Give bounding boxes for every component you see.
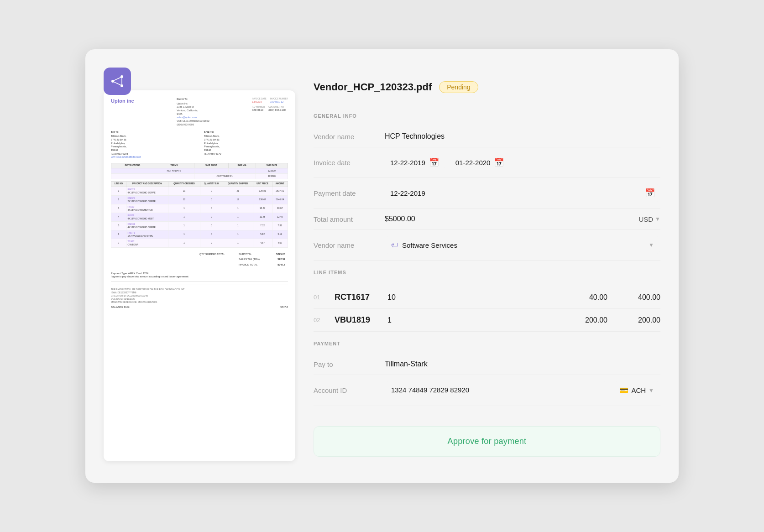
invoice-company-name: Upton inc (111, 98, 134, 104)
invoice-date-start-value: 12-22-2019 (390, 159, 425, 167)
vendor-type-chevron-icon: ▼ (649, 242, 654, 248)
invoice-payment-note: Payment Type: AMEX Card: 1234 I agree to… (111, 272, 288, 279)
vendor-type-label: Vendor name (314, 241, 377, 249)
payment-date-row: Payment date 12-22-2019 📅 (314, 178, 660, 209)
svg-point-1 (120, 75, 123, 78)
pay-to-value: Tillman-Stark (385, 360, 428, 368)
line-qty-1: 10 (387, 293, 406, 302)
vendor-type-select[interactable]: 🏷 Software Services ▼ (385, 236, 660, 254)
vendor-name-row: Vendor name HCP Technologies (314, 126, 660, 147)
account-id-row: Account ID 1324 74849 72829 82920 💳 ACH … (314, 375, 660, 406)
total-amount-label: Total amount (314, 215, 377, 223)
status-badge: Pending (439, 81, 478, 93)
payment-date-label: Payment date (314, 189, 377, 197)
vendor-name-label: Vendor name (314, 133, 377, 141)
approve-payment-button[interactable]: Approve for payment (314, 426, 660, 457)
logo-area (104, 68, 131, 95)
general-info-label: GENERAL INFO (314, 113, 660, 119)
pay-to-label: Pay to (314, 360, 377, 368)
line-items-label: LINE ITEMS (314, 270, 660, 275)
pay-to-row: Pay to Tillman-Stark (314, 354, 660, 375)
line-qty-2: 1 (387, 316, 406, 324)
payment-date-value: 12-22-2019 (390, 189, 425, 197)
line-num-1: 01 (314, 294, 327, 301)
currency-select[interactable]: USD ▼ (638, 215, 660, 223)
invoice-document: Upton inc Remit To: Upton Inc 2386 E Mai… (111, 98, 288, 309)
account-id-label: Account ID (314, 386, 377, 394)
line-code-1: RCT1617 (335, 292, 380, 302)
invoice-addresses: Bill To: Tillman-Stark, 3741 N 5th St Ph… (111, 130, 288, 160)
approve-btn-container: Approve for payment (314, 417, 660, 461)
svg-line-3 (114, 78, 121, 81)
line-total-2: 200.00 (615, 316, 660, 324)
total-amount-row: Total amount $5000.00 USD ▼ (314, 209, 660, 230)
vendor-name-value: HCP Technologies (385, 132, 445, 141)
svg-point-2 (120, 84, 123, 87)
invoice-dates: INVOICE DATE 13/22/16 INVOICE NUMBER 102… (252, 98, 288, 114)
invoice-date-start-field[interactable]: 12-22-2019 📅 (385, 154, 445, 171)
invoice-date-end-field[interactable]: 01-22-2020 📅 (450, 154, 510, 171)
ach-select[interactable]: 💳 ACH ▼ (613, 381, 660, 399)
amount-row: $5000.00 USD ▼ (385, 215, 660, 223)
currency-label: USD (638, 215, 653, 223)
calendar-icon-start: 📅 (429, 157, 439, 167)
app-logo (104, 68, 131, 95)
vendor-type-value: Software Services (402, 241, 645, 249)
line-total-1: 400.00 (615, 293, 660, 302)
line-item-row: 01 RCT1617 10 40.00 400.00 (314, 286, 660, 309)
invoice-date-row: Invoice date 12-22-2019 📅 01-22-2020 📅 (314, 147, 660, 178)
doc-header: Vendor_HCP_120323.pdf Pending (314, 81, 660, 93)
line-unit-2: 200.00 (413, 316, 607, 324)
invoice-preview-panel: Upton inc Remit To: Upton Inc 2386 E Mai… (104, 90, 295, 461)
shipping-info-table: INSTRUCTIONS TERMS SHIP POINT SHIP VIA S… (111, 163, 288, 179)
calendar-icon-payment: 📅 (645, 188, 655, 198)
calendar-icon-end: 📅 (494, 157, 504, 167)
tag-icon: 🏷 (391, 241, 398, 249)
line-item-row-2: 02 VBU1819 1 200.00 200.00 (314, 309, 660, 332)
total-amount-value: $5000.00 (385, 215, 633, 223)
invoice-date-pair: 12-22-2019 📅 01-22-2020 📅 (385, 154, 660, 171)
line-num-2: 02 (314, 317, 327, 323)
account-id-value: 1324 74849 72829 82920 (385, 381, 607, 399)
invoice-items-table: LINE NO PRODUCT AND DESCRIPTION QUANTITY… (111, 181, 288, 247)
card-icon: 💳 (619, 386, 628, 395)
line-items-table: 01 RCT1617 10 40.00 400.00 02 VBU1819 1 … (314, 286, 660, 332)
chevron-down-icon: ▼ (655, 216, 660, 222)
main-content: Upton inc Remit To: Upton Inc 2386 E Mai… (104, 77, 660, 461)
invoice-date-end-value: 01-22-2020 (455, 159, 491, 167)
svg-point-0 (111, 80, 114, 83)
right-panel: Vendor_HCP_120323.pdf Pending GENERAL IN… (314, 77, 660, 461)
line-unit-1: 40.00 (413, 293, 607, 302)
ach-chevron-icon: ▼ (649, 387, 654, 394)
invoice-date-label: Invoice date (314, 159, 377, 167)
invoice-totals: QTY SHIPPED TOTALSUBTOTAL5225.28 SALES T… (111, 251, 288, 268)
svg-line-4 (114, 82, 121, 85)
invoice-remit: Remit To: Upton Inc 2386 E Main St Ventu… (177, 98, 209, 127)
payment-date-field[interactable]: 12-22-2019 📅 (385, 184, 660, 202)
doc-title: Vendor_HCP_120323.pdf (314, 81, 432, 93)
invoice-footer: THE AMOUNT WILL BE DEBITED FROM THE FOLL… (111, 285, 288, 309)
line-code-2: VBU1819 (335, 315, 380, 325)
payment-label: PAYMENT (314, 341, 660, 346)
ach-text: ACH (631, 386, 646, 394)
app-container: Upton inc Remit To: Upton Inc 2386 E Mai… (85, 49, 679, 483)
vendor-type-row: Vendor name 🏷 Software Services ▼ (314, 230, 660, 261)
